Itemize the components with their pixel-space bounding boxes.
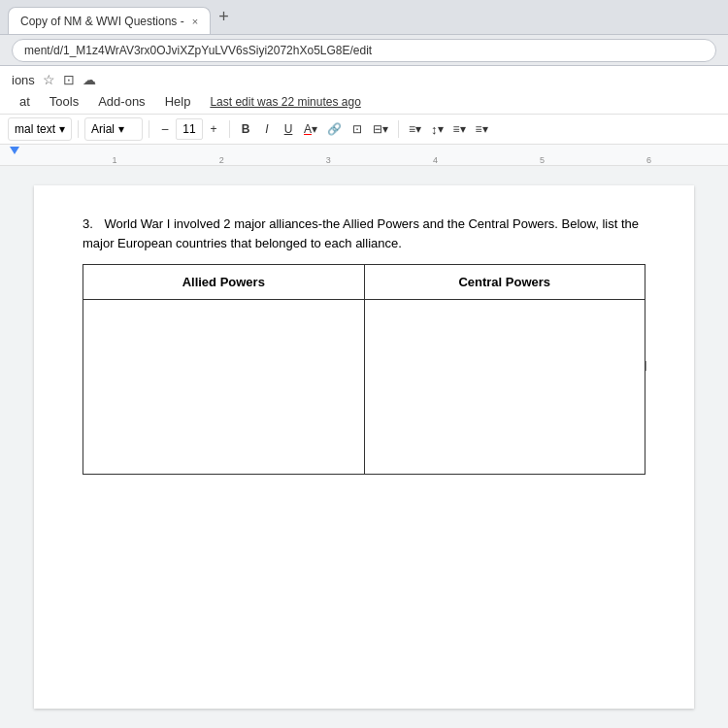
format-toolbar: mal text ▾ Arial ▾ – + B I U A ▾ 🔗 ⊡ ⊟ ▾… [0,114,728,145]
style-dropdown[interactable]: mal text ▾ [8,117,72,141]
ruler-tick-1: 1 [113,155,117,165]
underline-button[interactable]: U [279,117,298,141]
address-input[interactable] [12,39,716,62]
line-spacing-chevron-icon: ▾ [438,122,444,136]
bold-button[interactable]: B [236,117,255,141]
folder-icon[interactable]: ⊡ [63,72,75,87]
central-powers-cell[interactable] [364,300,645,475]
font-size-control: – + [155,117,223,141]
question-body: World War I involved 2 major alliances-t… [83,216,639,250]
docs-app: ions ☆ ⊡ ☁ at Tools Add-ons Help Last ed… [0,66,728,728]
align-button-1[interactable]: ≡ ▾ [405,117,425,141]
tab-close-icon[interactable]: × [192,16,198,27]
table-header-row: Allied Powers Central Powers [83,265,645,300]
style-label: mal text [15,122,55,136]
ruler-tick-4: 4 [433,155,438,165]
browser-tab[interactable]: Copy of NM & WWI Questions - × [8,7,211,34]
font-dropdown[interactable]: Arial ▾ [84,117,143,141]
tab-title: Copy of NM & WWI Questions - [20,15,184,28]
italic-button[interactable]: I [257,117,277,141]
question-3-text: 3. World War I involved 2 major alliance… [83,215,645,252]
new-tab-button[interactable]: + [211,3,237,31]
image2-icon: ⊟ [373,122,382,136]
ruler-tick-2: 2 [219,155,224,165]
font-size-decrease-button[interactable]: – [155,117,175,141]
ruler-tick-5: 5 [540,155,545,165]
tab-bar: Copy of NM & WWI Questions - × + [8,0,237,34]
ruler-tick-6: 6 [646,155,651,165]
list1-icon: ≡ [453,122,460,136]
align1-icon: ≡ [409,122,415,136]
table-row[interactable] [83,300,645,475]
question-number: 3. [83,216,93,231]
font-label: Arial [91,122,115,136]
link-button[interactable]: 🔗 [323,117,346,141]
allied-powers-cell[interactable] [83,300,365,475]
menu-item-addons[interactable]: Add-ons [90,91,152,112]
allied-powers-header: Allied Powers [83,265,365,300]
separator-4 [398,120,399,138]
document-area[interactable]: I 3. World War I involved 2 major allian… [0,166,728,728]
list-button-1[interactable]: ≡ ▾ [449,117,470,141]
central-powers-header: Central Powers [364,265,645,300]
menu-bar: at Tools Add-ons Help Last edit was 22 m… [0,89,728,114]
font-chevron-icon: ▾ [118,122,124,136]
image2-button[interactable]: ⊟ ▾ [369,117,392,141]
alliance-table[interactable]: Allied Powers Central Powers [83,264,645,475]
menu-item-help[interactable]: Help [157,91,199,112]
menu-item-format[interactable]: at [12,91,38,112]
browser-chrome: Copy of NM & WWI Questions - × + [0,0,728,35]
list2-icon: ≡ [476,122,482,136]
font-size-increase-button[interactable]: + [204,117,223,141]
document-title: ions [12,73,35,87]
last-edit-label[interactable]: Last edit was 22 minutes ago [210,95,360,109]
list2-chevron-icon: ▾ [482,122,488,136]
line-spacing-button[interactable]: ↕ ▾ [427,117,447,141]
list1-chevron-icon: ▾ [460,122,466,136]
image1-button[interactable]: ⊡ [347,117,367,141]
ruler: 1 2 3 4 5 6 [0,145,728,166]
image2-chevron-icon: ▾ [382,122,388,136]
style-chevron-icon: ▾ [59,122,65,136]
address-bar [0,35,728,66]
font-size-input[interactable] [176,118,203,140]
text-color-chevron-icon: ▾ [312,122,317,136]
ruler-inner: 1 2 3 4 5 6 [8,145,720,165]
cloud-icon[interactable]: ☁ [83,72,96,87]
star-icon[interactable]: ☆ [43,72,55,87]
align1-chevron-icon: ▾ [415,122,421,136]
menu-item-tools[interactable]: Tools [42,91,86,112]
cursor-indicator: I [644,358,647,374]
list-button-2[interactable]: ≡ ▾ [472,117,492,141]
text-color-button[interactable]: A ▾ [300,117,321,141]
separator-3 [229,120,230,138]
document-page[interactable]: I 3. World War I involved 2 major allian… [34,185,694,709]
ruler-tick-3: 3 [326,155,331,165]
separator-1 [78,120,79,138]
text-color-label: A [304,122,312,136]
separator-2 [149,120,149,138]
title-bar: ions ☆ ⊡ ☁ [0,66,728,89]
